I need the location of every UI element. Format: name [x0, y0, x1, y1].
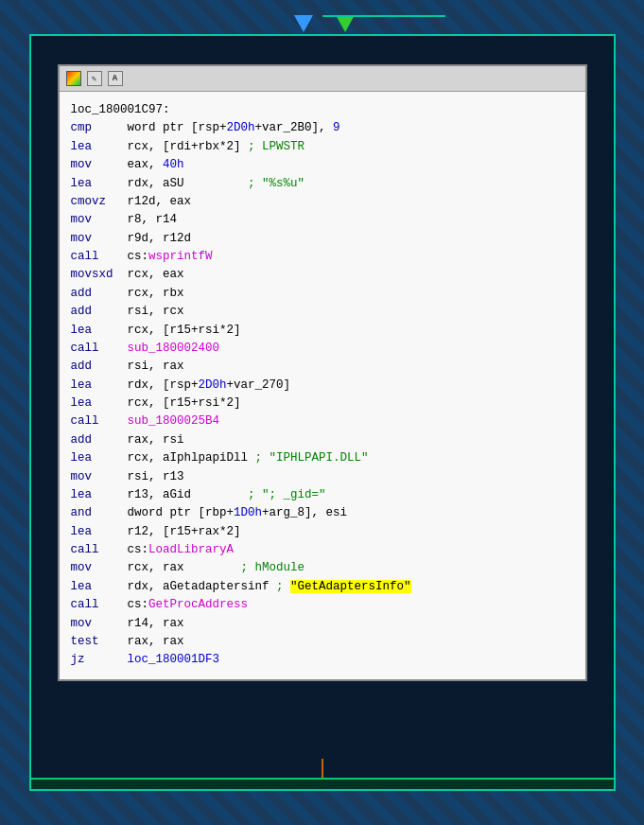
- code-line-lea8: lea r12, [r15+rax*2]: [71, 523, 574, 541]
- mnemonic-add2: add: [71, 303, 128, 321]
- operand-lea7: r13, aGid ; "; _gid=": [128, 486, 326, 504]
- operand-lea4: rdx, [rsp+2D0h+var_270]: [128, 377, 291, 395]
- mnemonic-mov6: mov: [71, 615, 128, 633]
- code-line-jz: jz loc_180001DF3: [71, 651, 574, 669]
- operand-mov3: r9d, r12d: [128, 230, 192, 248]
- code-line-mov1: mov eax, 40h: [71, 156, 574, 174]
- code-window: ✎ A loc_180001C97: cmp word ptr [rsp+2D0…: [58, 64, 587, 681]
- operand-add1: rcx, rbx: [128, 285, 184, 303]
- font-icon: A: [107, 70, 124, 87]
- mnemonic-mov1: mov: [71, 156, 128, 174]
- operand-lea3: rcx, [r15+rsi*2]: [128, 322, 241, 340]
- mnemonic-lea7: lea: [71, 486, 128, 504]
- code-line-call1: call cs:wsprintfW: [71, 248, 574, 266]
- mnemonic-mov5: mov: [71, 559, 128, 577]
- code-line-mov5: mov rcx, rax ; hModule: [71, 559, 574, 577]
- code-line-mov6: mov r14, rax: [71, 615, 574, 633]
- operand-add3: rsi, rax: [128, 358, 184, 376]
- grid-icon: [65, 70, 82, 87]
- main-container: ✎ A loc_180001C97: cmp word ptr [rsp+2D0…: [29, 34, 616, 791]
- code-line-lea7: lea r13, aGid ; "; _gid=": [71, 486, 574, 504]
- code-line-add2: add rsi, rcx: [71, 303, 574, 321]
- mnemonic-lea6: lea: [71, 449, 128, 467]
- arrow-down-green: [336, 15, 355, 32]
- code-line-movsxd: movsxd rcx, eax: [71, 266, 574, 284]
- code-line-call4: call cs:LoadLibraryA: [71, 541, 574, 559]
- mnemonic-add1: add: [71, 285, 128, 303]
- code-line-lea1: lea rcx, [rdi+rbx*2] ; LPWSTR: [71, 138, 574, 156]
- operand-cmovz: r12d, eax: [128, 193, 192, 211]
- mnemonic-mov2: mov: [71, 211, 128, 229]
- code-line-lea4: lea rdx, [rsp+2D0h+var_270]: [71, 377, 574, 395]
- mnemonic-add4: add: [71, 431, 128, 449]
- operand-lea6: rcx, aIphlpapiDll ; "IPHLPAPI.DLL": [128, 449, 369, 467]
- operand-call5: cs:GetProcAddress: [128, 596, 249, 614]
- mnemonic-call1: call: [71, 248, 128, 266]
- code-line-mov3: mov r9d, r12d: [71, 230, 574, 248]
- code-line-add4: add rax, rsi: [71, 431, 574, 449]
- code-line-lea3: lea rcx, [r15+rsi*2]: [71, 322, 574, 340]
- operand-lea9: rdx, aGetadaptersinf ; "GetAdaptersInfo": [128, 578, 411, 596]
- mnemonic-cmp: cmp: [71, 119, 128, 137]
- mnemonic-jz: jz: [71, 651, 128, 669]
- mnemonic-call2: call: [71, 340, 128, 358]
- code-line-call2: call sub_180002400: [71, 340, 574, 358]
- mnemonic-lea2: lea: [71, 175, 128, 193]
- bottom-connector-line: [322, 759, 323, 778]
- code-line-cmovz: cmovz r12d, eax: [71, 193, 574, 211]
- window-titlebar: ✎ A: [60, 66, 585, 92]
- operand-mov5: rcx, rax ; hModule: [128, 559, 305, 577]
- operand-mov2: r8, r14: [128, 211, 178, 229]
- mnemonic-call5: call: [71, 596, 128, 614]
- mnemonic-mov3: mov: [71, 230, 128, 248]
- pencil-icon: ✎: [86, 70, 103, 87]
- operand-and: dword ptr [rbp+1D0h+arg_8], esi: [128, 504, 348, 522]
- operand-call4: cs:LoadLibraryA: [128, 541, 235, 559]
- mnemonic-lea8: lea: [71, 523, 128, 541]
- operand-mov1: eax, 40h: [128, 156, 184, 174]
- operand-movsxd: rcx, eax: [128, 266, 184, 284]
- code-line-cmp: cmp word ptr [rsp+2D0h+var_2B0], 9: [71, 119, 574, 137]
- operand-mov6: r14, rax: [128, 615, 184, 633]
- operand-cmp: word ptr [rsp+2D0h+var_2B0], 9: [128, 119, 340, 137]
- mnemonic-and: and: [71, 504, 128, 522]
- code-line-lea5: lea rcx, [r15+rsi*2]: [71, 395, 574, 412]
- mnemonic-call3: call: [71, 412, 128, 430]
- operand-lea5: rcx, [r15+rsi*2]: [128, 395, 241, 412]
- code-line-lea9: lea rdx, aGetadaptersinf ; "GetAdaptersI…: [71, 578, 574, 596]
- operand-call2: sub_180002400: [128, 340, 220, 358]
- code-line-call3: call sub_1800025B4: [71, 412, 574, 430]
- mnemonic-lea9: lea: [71, 578, 128, 596]
- code-line-loc: loc_180001C97:: [71, 101, 574, 119]
- operand-lea1: rcx, [rdi+rbx*2] ; LPWSTR: [128, 138, 305, 156]
- mnemonic-mov4: mov: [71, 468, 128, 486]
- operand-add2: rsi, rcx: [128, 303, 184, 321]
- code-content: loc_180001C97: cmp word ptr [rsp+2D0h+va…: [60, 92, 585, 679]
- mnemonic-lea1: lea: [71, 138, 128, 156]
- operand-lea2: rdx, aSU ; "%s%u": [128, 175, 305, 193]
- operand-mov4: rsi, r13: [128, 468, 184, 486]
- arrow-down-blue: [294, 15, 313, 32]
- bottom-border: [31, 778, 614, 789]
- code-line-lea6: lea rcx, aIphlpapiDll ; "IPHLPAPI.DLL": [71, 449, 574, 467]
- operand-call3: sub_1800025B4: [128, 412, 220, 430]
- code-line-lea2: lea rdx, aSU ; "%s%u": [71, 175, 574, 193]
- loc-label: loc_180001C97:: [71, 101, 170, 119]
- operand-add4: rax, rsi: [128, 431, 184, 449]
- code-line-and: and dword ptr [rbp+1D0h+arg_8], esi: [71, 504, 574, 522]
- operand-lea8: r12, [r15+rax*2]: [128, 523, 241, 541]
- operand-jz: loc_180001DF3: [128, 651, 220, 669]
- code-line-test: test rax, rax: [71, 633, 574, 651]
- mnemonic-lea5: lea: [71, 395, 128, 412]
- mnemonic-lea4: lea: [71, 377, 128, 395]
- mnemonic-test: test: [71, 633, 128, 651]
- code-line-mov4: mov rsi, r13: [71, 468, 574, 486]
- operand-test: rax, rax: [128, 633, 184, 651]
- top-connector-line: [322, 15, 445, 17]
- code-line-mov2: mov r8, r14: [71, 211, 574, 229]
- mnemonic-movsxd: movsxd: [71, 266, 128, 284]
- code-line-add1: add rcx, rbx: [71, 285, 574, 303]
- mnemonic-call4: call: [71, 541, 128, 559]
- operand-call1: cs:wsprintfW: [128, 248, 213, 266]
- mnemonic-cmovz: cmovz: [71, 193, 128, 211]
